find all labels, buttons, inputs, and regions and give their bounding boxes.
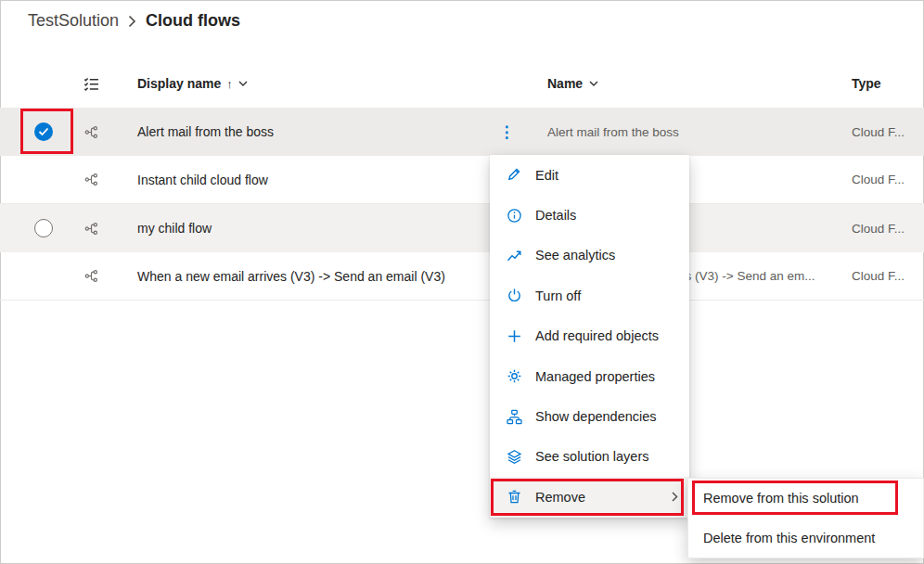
row-display-name: Instant child cloud flow <box>108 173 490 187</box>
row-type: Cloud F... <box>835 269 924 283</box>
row-display-name: Alert mail from the boss <box>108 124 490 139</box>
breadcrumb-page: Cloud flows <box>146 11 240 31</box>
row-display-name: my child flow <box>108 221 490 236</box>
menu-item-label: Edit <box>535 168 558 183</box>
chevron-down-icon <box>238 81 248 86</box>
kebab-menu-icon[interactable]: ⋮ <box>499 124 515 140</box>
row-check-cell <box>0 219 74 237</box>
row-check-cell <box>0 122 74 141</box>
chevron-right-icon <box>672 492 678 502</box>
cloud-flows-page: TestSolution Cloud flows Display name ↑ <box>0 0 924 564</box>
layers-icon <box>506 449 523 465</box>
row-type: Cloud F... <box>835 125 924 139</box>
gear-icon <box>506 368 523 384</box>
column-header-display-name-label: Display name <box>137 76 221 91</box>
row-type: Cloud F... <box>835 173 924 186</box>
row-type: Cloud F... <box>835 222 924 236</box>
submenu-item-delete-from-environment[interactable]: Delete from this environment <box>688 519 923 558</box>
menu-item-label: Details <box>535 208 576 223</box>
menu-item-label: Remove <box>535 490 585 505</box>
menu-item-add-required-objects[interactable]: Add required objects <box>490 316 689 356</box>
row-context-menu: Edit Details See analytics <box>490 155 689 518</box>
table-row[interactable]: my child flow my child flow Cloud F... <box>0 204 924 252</box>
menu-item-remove[interactable]: Remove <box>490 477 689 517</box>
menu-item-managed-properties[interactable]: Managed properties <box>490 356 689 396</box>
table-row[interactable]: Alert mail from the boss ⋮ Alert mail fr… <box>0 108 924 156</box>
menu-item-see-solution-layers[interactable]: See solution layers <box>490 437 689 477</box>
remove-submenu: Remove from this solution Delete from th… <box>687 478 924 558</box>
breadcrumb-solution[interactable]: TestSolution <box>28 11 119 31</box>
submenu-item-remove-from-solution[interactable]: Remove from this solution <box>688 479 923 519</box>
column-header-name[interactable]: Name <box>523 76 835 91</box>
breadcrumb: TestSolution Cloud flows <box>28 11 240 31</box>
menu-item-label: See solution layers <box>535 449 649 464</box>
sort-ascending-icon: ↑ <box>226 77 233 91</box>
table-row[interactable]: Instant child cloud flow Instant child c… <box>0 156 924 204</box>
menu-item-turn-off[interactable]: Turn off <box>490 276 689 315</box>
table-row[interactable]: When a new email arrives (V3) -> Send an… <box>0 252 924 301</box>
menu-item-see-analytics[interactable]: See analytics <box>490 236 689 276</box>
row-checkbox-unchecked[interactable] <box>34 219 53 237</box>
row-name: Alert mail from the boss <box>523 125 835 139</box>
cloud-flow-icon <box>74 269 108 283</box>
menu-item-label: Add required objects <box>535 328 659 343</box>
breadcrumb-chevron-icon <box>128 15 136 28</box>
menu-item-details[interactable]: Details <box>490 195 689 235</box>
dependencies-icon <box>506 409 523 425</box>
select-list-icon[interactable] <box>74 76 108 92</box>
edit-icon <box>506 167 523 183</box>
chevron-down-icon <box>589 81 598 86</box>
menu-item-label: Show dependencies <box>535 409 657 424</box>
column-header-display-name[interactable]: Display name ↑ <box>108 76 490 91</box>
menu-item-label: Turn off <box>535 288 581 303</box>
power-icon <box>506 288 523 303</box>
menu-item-label: Managed properties <box>535 369 655 384</box>
column-header-name-label: Name <box>547 76 583 91</box>
flows-table: Display name ↑ Name Type <box>0 59 924 301</box>
column-header-type-label: Type <box>852 76 881 91</box>
trash-icon <box>506 489 523 505</box>
menu-item-show-dependencies[interactable]: Show dependencies <box>490 396 689 436</box>
plus-icon <box>506 328 523 344</box>
info-icon <box>506 208 523 224</box>
submenu-item-label: Delete from this environment <box>703 531 875 545</box>
cloud-flow-icon <box>74 125 108 139</box>
menu-item-label: See analytics <box>535 248 615 263</box>
table-header-row: Display name ↑ Name Type <box>0 59 924 108</box>
cloud-flow-icon <box>74 173 108 186</box>
row-commands-cell: ⋮ <box>490 124 523 140</box>
cloud-flow-icon <box>74 222 108 236</box>
analytics-icon <box>506 248 523 263</box>
column-header-type[interactable]: Type <box>835 76 924 91</box>
row-checkbox-checked[interactable] <box>34 122 53 141</box>
row-display-name: When a new email arrives (V3) -> Send an… <box>108 269 490 284</box>
menu-item-edit[interactable]: Edit <box>490 155 689 195</box>
submenu-item-label: Remove from this solution <box>703 491 859 506</box>
